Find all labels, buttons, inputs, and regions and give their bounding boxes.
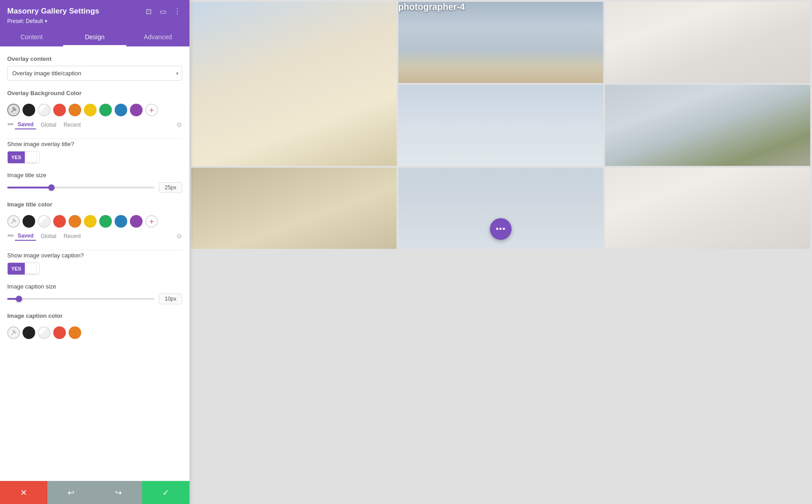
image-caption-size-track[interactable]: [7, 298, 154, 300]
title-color-swatch-yellow[interactable]: [84, 215, 97, 228]
panel-title: Masonry Gallery Settings: [7, 7, 99, 16]
gallery-cell-6: [191, 168, 397, 249]
title-color-gear-icon[interactable]: ⚙: [176, 233, 182, 240]
color-swatch-white[interactable]: [38, 104, 51, 116]
image-title-size-controls: 25px: [7, 182, 182, 193]
title-color-swatch-orange[interactable]: [69, 215, 81, 228]
eyedropper-title-color-icon[interactable]: [7, 215, 20, 228]
image-caption-size-label: Image caption size: [7, 283, 182, 290]
svg-line-3: [13, 220, 14, 222]
title-color-tab-recent[interactable]: Recent: [61, 232, 83, 240]
save-icon: ✓: [162, 488, 169, 498]
toggle-yes-label: YES: [8, 151, 25, 163]
color-swatch-green[interactable]: [99, 104, 112, 116]
image-title-size-value[interactable]: 25px: [159, 182, 182, 193]
image-caption-color-label: Image caption color: [7, 312, 182, 319]
image-caption-color-section: Image caption color: [7, 312, 182, 341]
show-overlay-title-toggle[interactable]: YES: [7, 151, 40, 164]
undo-icon: ↩: [68, 488, 74, 498]
overlay-content-select-wrapper: Overlay image title/caption Overlay imag…: [7, 66, 182, 81]
color-tab-recent[interactable]: Recent: [61, 121, 83, 129]
show-overlay-caption-toggle[interactable]: YES: [7, 262, 40, 275]
caption-toggle-yes-label: YES: [8, 263, 25, 275]
gallery-cell-3: [605, 2, 810, 83]
preset-label: Preset: Default ▾: [7, 18, 182, 24]
caption-color-swatch-white[interactable]: [38, 326, 51, 339]
show-overlay-caption-row: Show image overlay caption? YES: [7, 252, 182, 275]
fab-dots-label: •••: [496, 225, 506, 234]
undo-button[interactable]: ↩: [47, 481, 95, 504]
gallery-overlay: photographer-4: [398, 2, 604, 12]
image-caption-size-thumb[interactable]: [16, 296, 22, 302]
svg-line-1: [13, 109, 14, 111]
tab-content[interactable]: Content: [0, 29, 63, 46]
gallery-grid: photographer-4 •••: [189, 0, 812, 504]
color-tab-global[interactable]: Global: [38, 121, 59, 129]
title-color-swatch-purple[interactable]: [130, 215, 143, 228]
more-icon[interactable]: ⋮: [172, 6, 182, 16]
settings-panel: Masonry Gallery Settings ⊡ ▭ ⋮ Preset: D…: [0, 0, 189, 504]
color-swatch-yellow[interactable]: [84, 104, 97, 116]
show-overlay-title-label: Show image overlay title?: [7, 141, 182, 147]
resize-icon[interactable]: ⊡: [143, 6, 153, 16]
header-icons: ⊡ ▭ ⋮: [143, 6, 182, 16]
image-title-color-section: Image title color ✕ ••• Saved: [7, 201, 182, 241]
color-swatch-blue[interactable]: [115, 104, 127, 116]
panel-header: Masonry Gallery Settings ⊡ ▭ ⋮ Preset: D…: [0, 0, 189, 29]
color-dots[interactable]: •••: [7, 120, 13, 129]
image-title-size-thumb[interactable]: [48, 184, 55, 191]
title-color-swatch-green[interactable]: [99, 215, 112, 228]
title-color-swatch-black[interactable]: [23, 215, 35, 228]
color-gear-icon[interactable]: ⚙: [176, 121, 182, 128]
title-color-eraser-icon[interactable]: ✕: [145, 215, 158, 228]
svg-line-5: [13, 332, 14, 334]
bottom-toolbar: ✕ ↩ ↪ ✓: [0, 481, 189, 504]
title-color-tabs: ••• Saved Global Recent ⚙: [7, 231, 182, 241]
divider-2: [7, 250, 182, 250]
tab-advanced[interactable]: Advanced: [126, 29, 189, 46]
image-caption-size-value[interactable]: 10px: [159, 293, 182, 304]
gallery-cell-8: [605, 168, 810, 249]
caption-color-swatch-orange[interactable]: [69, 326, 81, 339]
save-button[interactable]: ✓: [142, 481, 189, 504]
title-color-dots[interactable]: •••: [7, 231, 13, 241]
eyedropper-icon[interactable]: [7, 104, 20, 116]
title-color-tab-saved[interactable]: Saved: [15, 232, 36, 241]
color-swatch-red[interactable]: [53, 104, 66, 116]
color-swatch-orange[interactable]: [69, 104, 81, 116]
caption-color-swatch-black[interactable]: [23, 326, 35, 339]
color-tab-saved[interactable]: Saved: [15, 120, 36, 129]
tab-design[interactable]: Design: [63, 29, 126, 46]
title-color-swatch-red[interactable]: [53, 215, 66, 228]
image-title-size-row: Image title size 25px: [7, 172, 182, 193]
expand-icon[interactable]: ▭: [158, 6, 168, 16]
color-eraser-icon[interactable]: ✕: [145, 104, 158, 116]
gallery-cell-2: photographer-4: [398, 2, 604, 83]
image-caption-color-swatches: [7, 323, 182, 341]
gallery-caption: photographer-4: [398, 2, 465, 12]
close-button[interactable]: ✕: [0, 481, 47, 504]
image-title-size-label: Image title size: [7, 172, 182, 179]
overlay-content-select[interactable]: Overlay image title/caption Overlay imag…: [7, 66, 182, 81]
svg-line-0: [11, 111, 13, 113]
image-caption-size-controls: 10px: [7, 293, 182, 304]
gallery-cell-5: [605, 85, 810, 166]
show-overlay-title-row: Show image overlay title? YES: [7, 141, 182, 164]
color-swatch-purple[interactable]: [130, 104, 143, 116]
eyedropper-caption-color-icon[interactable]: [7, 326, 20, 339]
image-title-size-track[interactable]: [7, 187, 154, 188]
title-color-swatch-blue[interactable]: [115, 215, 127, 228]
caption-color-swatch-red[interactable]: [53, 326, 66, 339]
close-icon: ✕: [20, 488, 27, 498]
divider-1: [7, 138, 182, 139]
title-color-swatch-white[interactable]: [38, 215, 51, 228]
svg-line-4: [11, 334, 13, 335]
color-swatch-black[interactable]: [23, 104, 35, 116]
overlay-bg-color-label: Overlay Background Color: [7, 90, 182, 96]
title-color-tab-global[interactable]: Global: [38, 232, 59, 240]
image-title-color-swatches: ✕: [7, 211, 182, 229]
redo-button[interactable]: ↪: [95, 481, 142, 504]
gallery-cell-4: [398, 85, 604, 166]
fab-dots-button[interactable]: •••: [490, 218, 512, 240]
toggle-thumb: [26, 152, 36, 162]
